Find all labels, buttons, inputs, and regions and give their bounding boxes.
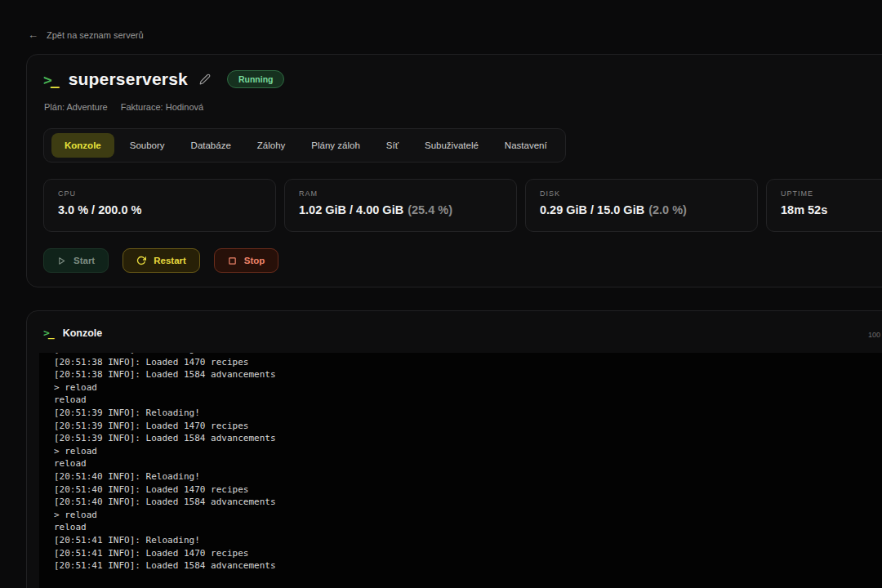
tab-soubory[interactable]: Soubory [119,134,176,157]
server-header: >_ superserversk Running [43,69,284,89]
stat-card-disk: DISK0.29 GiB / 15.0 GiB(2.0 %) [525,179,758,232]
stat-card-cpu: CPU3.0 % / 200.0 % [43,179,276,232]
back-to-server-list-link[interactable]: ← Zpět na seznam serverů [28,29,144,40]
status-badge: Running [227,70,285,88]
stat-value: 0.29 GiB / 15.0 GiB(2.0 %) [540,203,743,216]
stat-label: RAM [299,189,502,198]
console-line: reload [54,521,882,534]
stop-icon [228,256,237,265]
stat-extra: (25.4 %) [408,203,452,216]
console-line: [20:51:39 INFO]: Loaded 1470 recipes [54,420,882,433]
stat-card-uptime: UPTIME18m 52s [766,179,882,232]
console-card: >_ Konzole 100 řádků [20:51:38 INFO]: Re… [26,310,882,588]
console-line: reload [54,457,882,470]
console-line: [20:51:38 INFO]: Loaded 1470 recipes [54,356,882,369]
restart-button-label: Restart [154,256,186,265]
server-overview-card: >_ superserversk Running Plán: Adventure… [26,54,882,287]
start-button[interactable]: Start [43,248,109,273]
stat-value: 1.02 GiB / 4.00 GiB(25.4 %) [299,203,502,216]
console-output[interactable]: [20:51:38 INFO]: Reloading![20:51:38 INF… [39,353,882,588]
tab-databaze[interactable]: Databáze [180,134,242,157]
tab-konzole[interactable]: Konzole [51,133,114,158]
plan-label: Plán: Adventure [44,102,108,112]
restart-button[interactable]: Restart [122,248,200,273]
console-line: [20:51:39 INFO]: Loaded 1584 advancement… [54,432,882,445]
stop-button-label: Stop [244,256,265,265]
stat-extra: (2.0 %) [648,203,687,216]
console-title: Konzole [63,327,103,339]
console-line: reload [54,394,882,407]
play-icon [57,256,66,265]
tab-sit[interactable]: Síť [376,134,409,157]
stop-button[interactable]: Stop [214,248,279,273]
restart-icon [136,256,146,265]
stat-label: CPU [58,189,261,198]
console-line: [20:51:40 INFO]: Loaded 1584 advancement… [54,496,882,509]
console-line: [20:51:38 INFO]: Loaded 1584 advancement… [54,368,882,381]
stat-card-ram: RAM1.02 GiB / 4.00 GiB(25.4 %) [284,179,517,232]
edit-name-icon[interactable] [199,74,211,85]
console-line: > reload [54,445,882,458]
console-line: > reload [54,509,882,522]
server-tabbar: KonzoleSouboryDatabázeZálohyPlány zálohS… [43,128,566,163]
stat-value: 18m 52s [781,203,882,216]
console-lines-count: 100 řádků [868,331,882,339]
stats-row: CPU3.0 % / 200.0 %RAM1.02 GiB / 4.00 GiB… [43,179,882,232]
console-line: [20:51:40 INFO]: Loaded 1470 recipes [54,483,882,497]
tab-plany-zaloh[interactable]: Plány záloh [301,134,370,157]
start-button-label: Start [74,256,95,265]
console-line: [20:51:40 INFO]: Reloading! [54,470,882,483]
console-line: [20:51:41 INFO]: Reloading! [54,534,882,547]
console-line: [20:51:41 INFO]: Loaded 1470 recipes [54,547,882,560]
arrow-left-icon: ← [28,29,38,40]
console-line: > reload [54,381,882,394]
power-actions: Start Restart Stop [43,248,278,273]
server-meta: Plán: Adventure Fakturace: Hodinová [44,102,203,112]
stat-label: DISK [540,189,743,198]
tab-subuzivatele[interactable]: Subuživatelé [414,134,489,157]
stat-label: UPTIME [781,189,882,198]
back-link-label: Zpět na seznam serverů [47,30,144,40]
tab-nastaveni[interactable]: Nastavení [494,134,558,157]
terminal-icon: >_ [43,327,54,339]
tab-zalohy[interactable]: Zálohy [247,134,296,157]
console-header: >_ Konzole [43,327,102,339]
console-line: [20:51:39 INFO]: Reloading! [54,407,882,420]
server-name: superserversk [69,69,188,89]
billing-label: Fakturace: Hodinová [121,102,204,112]
stat-value: 3.0 % / 200.0 % [58,203,261,216]
console-line: [20:51:41 INFO]: Loaded 1584 advancement… [54,559,882,572]
terminal-icon: >_ [43,71,59,88]
